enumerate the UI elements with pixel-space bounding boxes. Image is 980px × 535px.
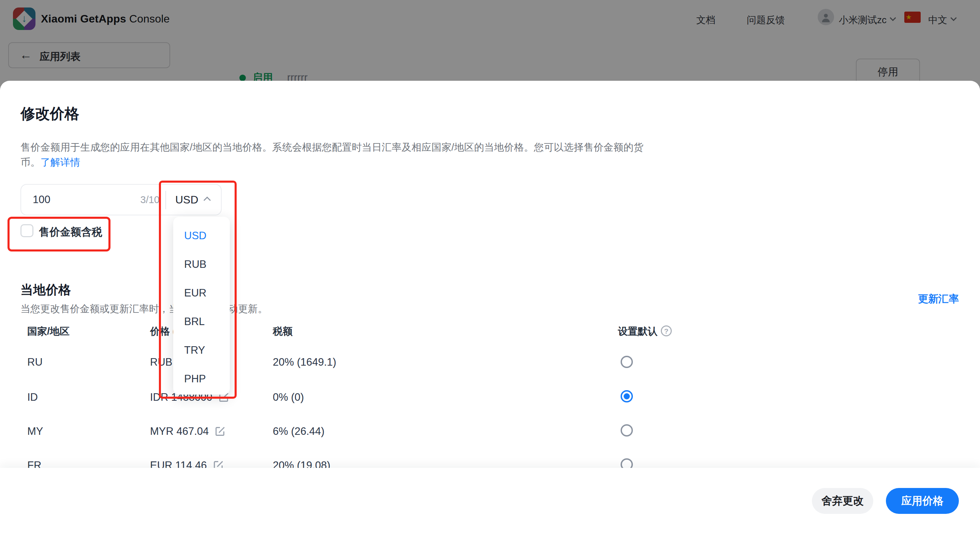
sale-price-input-group: 3/10 USD xyxy=(21,184,222,215)
chevron-up-icon xyxy=(204,197,211,204)
modify-price-modal: 修改价格 售价金额用于生成您的应用在其他国家/地区的当地价格。系统会根据您配置时… xyxy=(0,81,980,535)
currency-selected-value: USD xyxy=(175,194,199,206)
default-radio-ru[interactable] xyxy=(620,356,633,368)
currency-option-eur[interactable]: EUR xyxy=(173,279,230,307)
currency-option-usd[interactable]: USD xyxy=(173,222,230,250)
col-header-set-default: 设置默认 xyxy=(618,325,657,338)
input-divider xyxy=(165,191,166,209)
table-row-country: RU xyxy=(27,356,43,368)
learn-more-link[interactable]: 了解详情 xyxy=(40,157,80,168)
col-header-tax: 税额 xyxy=(273,325,293,338)
default-radio-my[interactable] xyxy=(620,424,633,437)
modal-footer: 舍弃更改 应用价格 xyxy=(0,468,980,535)
table-row-country: ID xyxy=(27,391,38,403)
price-input[interactable] xyxy=(33,185,118,215)
edit-price-icon[interactable] xyxy=(214,425,226,437)
discard-changes-button[interactable]: 舍弃更改 xyxy=(812,488,873,514)
local-price-heading: 当地价格 xyxy=(21,281,71,298)
update-exchange-rate-link[interactable]: 更新汇率 xyxy=(918,292,959,306)
apply-price-button[interactable]: 应用价格 xyxy=(886,488,959,514)
table-row-tax: 20% (1649.1) xyxy=(273,356,336,368)
currency-option-rub[interactable]: RUB xyxy=(173,250,230,279)
modal-description-line2: 币。了解详情 xyxy=(21,156,80,169)
modal-description-line1: 售价金额用于生成您的应用在其他国家/地区的当地价格。系统会根据您配置时当日汇率及… xyxy=(21,141,643,154)
default-radio-id[interactable] xyxy=(620,390,633,402)
currency-option-php[interactable]: PHP xyxy=(173,365,230,393)
col-header-price: 价格 ( xyxy=(150,325,176,338)
table-row-tax: 0% (0) xyxy=(273,391,304,403)
tax-included-label: 售价金额含税 xyxy=(39,225,102,239)
modal-title: 修改价格 xyxy=(21,104,79,124)
currency-option-try[interactable]: TRY xyxy=(173,336,230,365)
tax-included-checkbox[interactable] xyxy=(21,224,33,237)
char-counter: 3/10 xyxy=(134,194,159,205)
help-icon[interactable]: ? xyxy=(661,325,672,337)
table-row-price: MYR 467.04 xyxy=(150,425,226,438)
table-row-tax: 6% (26.44) xyxy=(273,425,325,438)
currency-select-trigger[interactable]: USD xyxy=(171,185,222,215)
local-price-subtext: 当您更改售价金额或更新汇率时，当地价格会自动更新。 xyxy=(21,302,268,316)
table-row-country: MY xyxy=(27,425,43,438)
currency-option-brl[interactable]: BRL xyxy=(173,307,230,336)
col-header-country: 国家/地区 xyxy=(27,325,70,338)
currency-dropdown-menu: USD RUB EUR BRL TRY PHP xyxy=(173,217,230,395)
